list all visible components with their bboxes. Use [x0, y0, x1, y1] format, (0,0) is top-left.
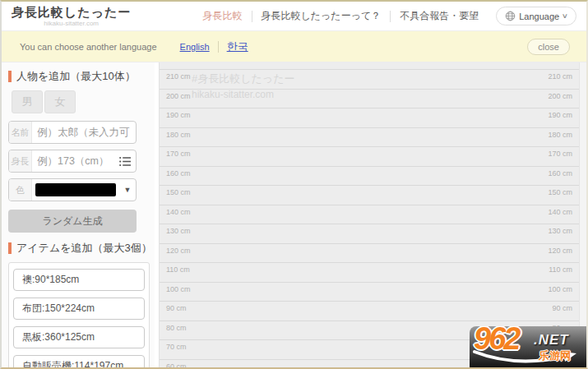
height-field-group: 身長	[8, 150, 137, 173]
tick-label-right: 110 cm	[549, 265, 572, 282]
scale-row: 120 cm120 cm	[160, 243, 579, 263]
item-button[interactable]: 黒板:360*125cm	[13, 326, 145, 348]
tick-label-left: 150 cm	[166, 188, 191, 205]
scale-row: 150 cm150 cm	[160, 185, 579, 205]
scale-row: 190 cm190 cm	[160, 108, 579, 127]
tick-label-left: 80 cm	[166, 324, 187, 340]
tick-label-right: 170 cm	[548, 150, 572, 166]
height-list-icon[interactable]	[114, 156, 136, 167]
person-section-title: 人物を追加（最大10体）	[8, 69, 155, 84]
scale-row: 180 cm180 cm	[160, 127, 579, 147]
tick-label-left: 130 cm	[166, 227, 191, 243]
tick-label-left: 160 cm	[166, 169, 191, 186]
main-content: 人物を追加（最大10体） 男 女 名前 身長	[2, 62, 586, 369]
962net-watermark: 962 .NET 乐游网	[470, 326, 586, 367]
nav-item-bug-report[interactable]: 不具合報告・要望	[391, 9, 488, 23]
tick-label-right: 90 cm	[552, 304, 572, 321]
tick-label-right: 120 cm	[548, 247, 572, 263]
item-section-title: アイテムを追加（最大3個）	[8, 241, 155, 256]
tick-label-right: 200 cm	[548, 92, 572, 108]
person-section-title-label: 人物を追加（最大10体）	[16, 69, 136, 84]
item-button[interactable]: 布団:150*224cm	[13, 298, 145, 320]
gender-tab-female[interactable]: 女	[44, 90, 76, 113]
site-brand[interactable]: 身長比較したったー hikaku-sitatter.com	[12, 5, 131, 27]
tick-label-right: 100 cm	[548, 285, 572, 302]
tick-label-right: 150 cm	[548, 188, 572, 205]
name-input[interactable]	[32, 127, 136, 138]
nav-item-height-compare[interactable]: 身長比較	[194, 9, 252, 23]
height-field-label: 身長	[9, 150, 32, 172]
header: 身長比較したったー hikaku-sitatter.com 身長比較 身長比較し…	[2, 2, 586, 31]
language-button-label: Language	[519, 12, 559, 21]
banner-message: You can choose another language	[20, 42, 157, 52]
scale-row: 170 cm170 cm	[160, 146, 579, 166]
tick-label-left: 120 cm	[166, 247, 191, 263]
site-subtitle: hikaku-sitatter.com	[12, 20, 131, 27]
nav-item-about[interactable]: 身長比較したったーって？	[252, 9, 391, 23]
tick-label-right: 190 cm	[548, 111, 572, 127]
tick-label-left: 60 cm	[166, 362, 187, 369]
tick-label-left: 140 cm	[166, 208, 191, 224]
color-swatch-area	[32, 183, 119, 196]
page: 身長比較したったー hikaku-sitatter.com 身長比較 身長比較し…	[0, 0, 588, 369]
color-field-label: 色	[9, 179, 32, 201]
dropdown-arrow-icon: ▼	[119, 186, 136, 194]
name-field-label: 名前	[9, 122, 32, 143]
tick-label-left: 190 cm	[166, 111, 191, 127]
tick-label-left: 90 cm	[166, 304, 187, 321]
gender-tabs: 男 女	[12, 90, 155, 113]
height-chart: 210 cm210 cm200 cm200 cm190 cm190 cm180 …	[159, 62, 586, 369]
scale-row: 200 cm200 cm	[160, 89, 579, 108]
scale-row: 140 cm140 cm	[160, 205, 579, 224]
scale-row: 90 cm90 cm	[160, 301, 579, 321]
chevron-down-icon: ∨	[562, 12, 568, 20]
height-scale: 210 cm210 cm200 cm200 cm190 cm190 cm180 …	[160, 62, 579, 369]
language-button[interactable]: Language ∨	[496, 7, 576, 25]
tick-label-right: 210 cm	[548, 72, 572, 89]
sidebar: 人物を追加（最大10体） 男 女 名前 身長	[2, 62, 155, 369]
scale-row: 110 cm110 cm	[160, 262, 579, 282]
language-banner: You can choose another language English …	[2, 31, 586, 62]
accent-bar	[8, 71, 12, 82]
scale-row: 100 cm100 cm	[160, 282, 579, 302]
header-nav: 身長比較 身長比較したったーって？ 不具合報告・要望 Language ∨	[194, 7, 587, 25]
tick-label-left: 70 cm	[166, 343, 187, 359]
tick-label-left: 170 cm	[166, 150, 191, 166]
item-panel: 襖:90*185cm布団:150*224cm黒板:360*125cm自動販売機:…	[8, 262, 150, 369]
gender-tab-male[interactable]: 男	[12, 90, 43, 113]
tick-label-right: 180 cm	[548, 131, 572, 147]
tick-label-left: 180 cm	[166, 131, 191, 147]
item-button[interactable]: 自動販売機:114*197cm	[13, 355, 145, 369]
color-field-group[interactable]: 色 ▼	[8, 178, 137, 201]
962-sitename: 乐游网	[539, 348, 571, 363]
tick-label-left: 110 cm	[166, 265, 190, 282]
tick-label-right: 160 cm	[548, 169, 572, 186]
language-link-korean[interactable]: 한국	[227, 39, 248, 54]
color-swatch	[35, 183, 116, 196]
name-field-group: 名前	[8, 121, 137, 144]
item-section-title-label: アイテムを追加（最大3個）	[16, 241, 152, 256]
scale-row: 130 cm130 cm	[160, 224, 579, 243]
item-button[interactable]: 襖:90*185cm	[13, 269, 145, 291]
accent-bar	[8, 242, 12, 254]
height-input[interactable]	[32, 155, 114, 167]
tick-label-left: 200 cm	[166, 92, 191, 108]
globe-icon	[505, 11, 516, 21]
scale-row: 210 cm210 cm	[160, 69, 579, 89]
scale-row: 160 cm160 cm	[160, 166, 579, 186]
962-domain: .NET	[534, 332, 569, 348]
language-link-english[interactable]: English	[180, 42, 210, 52]
962-number: 962	[474, 326, 518, 357]
close-button[interactable]: close	[527, 39, 570, 55]
site-title: 身長比較したったー	[12, 5, 131, 21]
tick-label-left: 100 cm	[166, 285, 191, 302]
chart-scrollbar[interactable]	[579, 62, 586, 369]
tick-label-right: 140 cm	[548, 208, 572, 224]
banner-divider	[218, 41, 219, 53]
banner-links: English 한국	[180, 39, 248, 54]
random-generate-button[interactable]: ランダム生成	[8, 210, 137, 233]
tick-label-left: 210 cm	[166, 72, 191, 89]
tick-label-right: 130 cm	[548, 227, 572, 243]
